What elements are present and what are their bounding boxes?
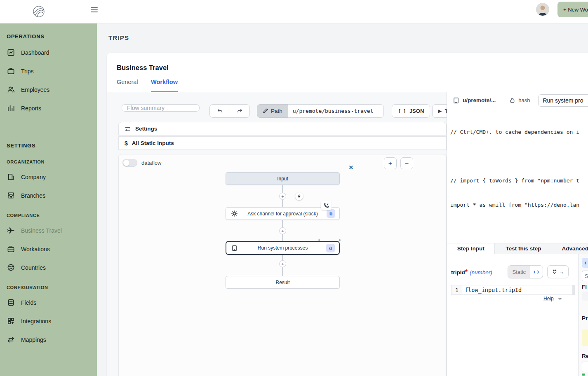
help-link[interactable]: Help bbox=[543, 296, 554, 301]
result-chip[interactable] bbox=[582, 362, 588, 372]
sidebar-item-label: Company bbox=[21, 174, 46, 180]
hash-label[interactable]: hash bbox=[518, 97, 530, 103]
variable-picker-strip: ‹ S Fl Pr Re bbox=[579, 254, 588, 376]
required-mark: * bbox=[465, 269, 468, 276]
top-header: + New Wor bbox=[0, 0, 588, 23]
previous-result-chip[interactable] bbox=[582, 329, 588, 346]
flow-static-inputs-row[interactable]: $ All Static Inputs bbox=[118, 136, 447, 150]
phone-incoming-icon bbox=[321, 201, 332, 210]
code-line: // import { toWords } from "npm:number-t bbox=[450, 177, 588, 185]
node-label: Run system processes bbox=[226, 245, 339, 251]
sidebar-item-dashboard[interactable]: Dashboard bbox=[0, 43, 97, 62]
selection-dot bbox=[339, 239, 341, 241]
plane-icon bbox=[7, 227, 15, 234]
flow-node-input[interactable]: Input bbox=[226, 172, 340, 185]
static-expr-toggle[interactable]: Static bbox=[508, 265, 543, 278]
editor-scrollbar[interactable] bbox=[572, 285, 574, 294]
flow-panel: Settings $ All Static Inputs dataflow + … bbox=[118, 122, 447, 376]
add-step-button[interactable]: + bbox=[279, 193, 286, 200]
chevron-down-icon[interactable] bbox=[557, 296, 562, 301]
flow-settings-row[interactable]: Settings bbox=[118, 122, 447, 135]
undo-button[interactable] bbox=[210, 104, 230, 118]
flow-summary-input[interactable] bbox=[122, 104, 200, 112]
back-chevron-button[interactable]: ‹ bbox=[582, 258, 588, 268]
sidebar-item-countries[interactable]: Countries bbox=[0, 258, 97, 277]
code-editor[interactable]: // Ctrl/CMD+. to cache dependencies on i… bbox=[447, 110, 588, 242]
tab-advanced[interactable]: Advanced bbox=[552, 243, 588, 254]
sidebar-nav: OPERATIONS Dashboard Trips Employees Rep… bbox=[0, 23, 97, 376]
expression-value: flow_input.tripId bbox=[462, 285, 572, 294]
add-step-button[interactable]: + bbox=[279, 227, 286, 234]
page-breadcrumb: TRIPS bbox=[108, 34, 129, 41]
tab-step-input[interactable]: Step Input bbox=[447, 243, 495, 254]
line-number: 1 bbox=[452, 285, 462, 294]
user-avatar[interactable] bbox=[536, 3, 549, 16]
json-button-label: JSON bbox=[409, 108, 424, 114]
expression-editor[interactable]: 1 flow_input.tripId bbox=[451, 285, 575, 295]
close-icon[interactable]: ✕ bbox=[348, 164, 354, 171]
path-button-label: Path bbox=[271, 108, 282, 114]
sidebar-item-label: Countries bbox=[21, 264, 46, 271]
sidebar-item-label: Employees bbox=[21, 86, 49, 93]
sidebar-item-reports[interactable]: Reports bbox=[0, 99, 97, 117]
add-step-button[interactable]: + bbox=[279, 260, 286, 267]
tab-general[interactable]: General bbox=[117, 79, 138, 92]
tab-test-this-step[interactable]: Test this step bbox=[495, 243, 552, 254]
hamburger-menu-icon[interactable] bbox=[91, 6, 98, 14]
sidebar-item-workations[interactable]: Workations bbox=[0, 240, 97, 258]
code-segment[interactable] bbox=[530, 266, 543, 278]
script-path-label[interactable]: u/premote/... bbox=[463, 97, 496, 103]
sidebar-item-label: Fields bbox=[21, 299, 36, 306]
sidebar-item-fields[interactable]: Fields bbox=[0, 293, 97, 312]
script-header: u/premote/... hash bbox=[447, 92, 588, 108]
sidebar-item-company[interactable]: Company bbox=[0, 168, 97, 186]
path-input[interactable] bbox=[288, 104, 384, 118]
flow-static-inputs-label: All Static Inputs bbox=[132, 140, 174, 146]
json-button[interactable]: { } JSON bbox=[392, 104, 430, 118]
sidebar-item-label: Dashboard bbox=[21, 49, 49, 56]
dataflow-toggle[interactable] bbox=[122, 159, 137, 167]
step-editor-panel: u/premote/... hash // Ctrl/CMD+. to cach… bbox=[447, 92, 588, 376]
zoom-in-button[interactable]: + bbox=[384, 157, 397, 169]
path-button[interactable]: Path bbox=[257, 104, 288, 118]
field-name: tripId bbox=[451, 269, 465, 276]
flow-node-run-selected[interactable]: Run system processes a bbox=[226, 241, 340, 255]
redo-button[interactable] bbox=[230, 104, 249, 118]
flow-input-chip[interactable] bbox=[582, 292, 588, 301]
gear-icon bbox=[231, 210, 238, 217]
building-icon bbox=[7, 173, 15, 181]
sidebar-item-employees[interactable]: Employees bbox=[0, 80, 97, 99]
dashboard-icon bbox=[7, 49, 15, 56]
sidebar-subheading-configuration: CONFIGURATION bbox=[0, 285, 97, 290]
step-summary-input[interactable] bbox=[538, 94, 588, 107]
path-group: Path bbox=[257, 104, 384, 118]
code-braces-icon: { } bbox=[398, 108, 406, 114]
sidebar-subheading-organization: ORGANIZATION bbox=[0, 159, 97, 164]
storefront-icon bbox=[7, 192, 15, 199]
zoom-out-button[interactable]: − bbox=[400, 157, 413, 169]
dollar-icon: $ bbox=[125, 140, 128, 147]
sidebar-item-mappings[interactable]: Mappings bbox=[0, 330, 97, 349]
new-workflow-button[interactable]: + New Wor bbox=[557, 2, 588, 17]
sidebar-heading-operations: OPERATIONS bbox=[0, 33, 97, 40]
integration-grid-icon bbox=[7, 317, 15, 325]
static-segment[interactable]: Static bbox=[508, 266, 530, 278]
sidebar-item-trips[interactable]: Trips bbox=[0, 62, 97, 80]
flow-node-result[interactable]: Result bbox=[226, 276, 340, 289]
plug-icon bbox=[552, 269, 557, 275]
globe-icon bbox=[7, 264, 15, 271]
tab-workflow[interactable]: Workflow bbox=[151, 79, 178, 92]
sidebar-item-business-travel[interactable]: Business Travel bbox=[0, 221, 97, 240]
database-icon bbox=[7, 299, 15, 306]
flow-canvas[interactable]: dataflow + − Input ✕ + bbox=[118, 154, 447, 376]
flow-settings-label: Settings bbox=[135, 126, 157, 132]
status-green-dot bbox=[582, 374, 585, 376]
connect-input-button[interactable]: → bbox=[547, 265, 569, 278]
sidebar-item-integrations[interactable]: Integrations bbox=[0, 312, 97, 330]
node-badge: b bbox=[327, 209, 335, 218]
work-briefcase-icon bbox=[7, 245, 15, 253]
sidebar-item-branches[interactable]: Branches bbox=[0, 186, 97, 205]
trigger-bolt-button[interactable] bbox=[295, 192, 303, 200]
search-input[interactable]: S bbox=[582, 271, 588, 281]
sidebar-item-label: Mappings bbox=[21, 336, 46, 343]
